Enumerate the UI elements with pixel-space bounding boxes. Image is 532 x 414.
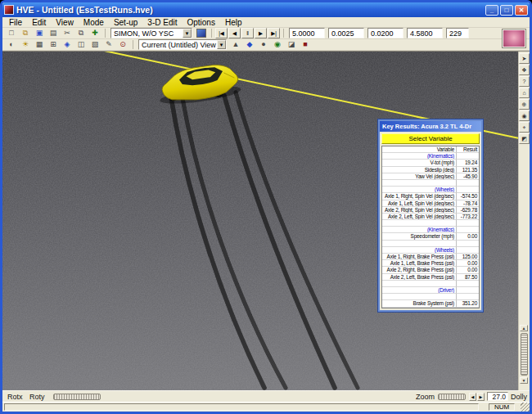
info-icon[interactable]: ◪ <box>285 39 298 50</box>
path-icon[interactable]: ● <box>257 39 270 50</box>
toolbar-view: ◐☀▦⊞◈◫▧✎⊙ Current (Untitled) View ▼ ▲◆●◉… <box>2 39 530 51</box>
dolly-thumbwheel[interactable] <box>521 333 528 376</box>
zoom-decrease-icon[interactable]: ◀ <box>469 393 476 401</box>
result-cell <box>457 180 479 187</box>
open-file-icon[interactable]: ⧉ <box>19 28 32 38</box>
category-row: (Kinematics) <box>382 153 479 160</box>
resize-grip[interactable] <box>521 403 530 412</box>
jump-to-end-button[interactable]: ▶| <box>268 28 280 38</box>
current-time-field[interactable]: 4.5800 <box>407 28 443 38</box>
result-cell: -574.50 <box>457 193 479 200</box>
result-cell <box>457 241 479 247</box>
camera-view-thumbnail[interactable] <box>502 29 526 48</box>
result-cell <box>457 247 479 254</box>
result-cell <box>457 220 479 227</box>
menu-set-up[interactable]: Set-up <box>109 17 142 28</box>
viewport-3d[interactable]: ➤❖?⌂⊕◉⌖◩ ▲ ▼ Key Results: Acura 3.2 TL 4… <box>2 51 530 390</box>
hatch-icon[interactable]: ▧ <box>88 39 101 50</box>
light-icon[interactable]: ☀ <box>19 39 32 50</box>
cut-icon[interactable]: ✂ <box>61 28 74 38</box>
frame-counter-field[interactable]: 229 <box>446 28 469 38</box>
environment-icon[interactable]: ◉ <box>271 39 284 50</box>
variable-cell: Axle 2, Left, Brake Press (psi) <box>382 274 457 281</box>
menu-options[interactable]: Options <box>182 17 219 28</box>
zoom-label: Zoom <box>416 393 435 401</box>
vehicle-combo-value: SIMON, W/O YSC <box>111 29 183 38</box>
variable-cell <box>382 241 457 247</box>
annotate-icon[interactable]: ✎ <box>102 39 115 50</box>
result-cell <box>457 227 479 233</box>
seek-button[interactable]: ⌖ <box>519 122 530 133</box>
camera-position-icon[interactable]: ▲ <box>229 39 242 50</box>
home-view-button[interactable]: ⌂ <box>519 88 530 98</box>
add-object-icon[interactable]: ⊞ <box>47 39 60 50</box>
key-results-title[interactable]: Key Results: Acura 3.2 TL 4-Dr <box>380 121 481 132</box>
zoom-value-field[interactable]: 27.0 <box>487 392 508 401</box>
view-combo[interactable]: Current (Untitled) View ▼ <box>138 39 227 50</box>
dolly-up-icon[interactable]: ▲ <box>520 325 528 331</box>
texture-icon[interactable]: ◫ <box>74 39 88 50</box>
vehicle-combo[interactable]: SIMON, W/O YSC ▼ <box>110 28 192 38</box>
table-row: Axle 2, Left, Brake Press (psi)87.50 <box>382 274 479 281</box>
material-icon[interactable]: ◈ <box>61 39 74 50</box>
pan-hand-tool-button[interactable]: ❖ <box>519 65 530 75</box>
variable-cell: Axle 2, Left, Spin Vel (deg/sec) <box>382 214 457 220</box>
shading-mode-icon[interactable]: ◐ <box>5 39 18 50</box>
pointer-tool-button[interactable]: ➤ <box>519 53 530 64</box>
output-interval-field[interactable]: 0.0200 <box>367 28 404 38</box>
rot-thumbwheel[interactable] <box>53 394 101 400</box>
move-cross-icon[interactable]: ✚ <box>88 28 101 38</box>
view-all-button[interactable]: ◉ <box>519 110 530 121</box>
chevron-down-icon[interactable]: ▼ <box>183 29 192 38</box>
dolly-down-icon[interactable]: ▼ <box>520 377 528 384</box>
target-icon[interactable]: ⊙ <box>116 39 129 50</box>
menu-3-d-edit[interactable]: 3-D Edit <box>142 17 182 28</box>
pause-button[interactable]: ‖ <box>241 28 254 38</box>
menu-view[interactable]: View <box>51 17 79 28</box>
zoom-increase-icon[interactable]: ▶ <box>477 393 485 401</box>
variable-cell: (Driver) <box>382 287 457 294</box>
menu-mode[interactable]: Mode <box>79 17 109 28</box>
grid-icon[interactable]: ▦ <box>33 39 46 50</box>
snapshot-icon[interactable]: ■ <box>299 39 312 50</box>
jump-to-start-button[interactable]: |◀ <box>215 28 228 38</box>
variable-cell <box>382 294 457 300</box>
variable-cell: (Wheels) <box>382 187 457 193</box>
select-variable-button[interactable]: Select Variable <box>381 133 480 144</box>
sim-end-time-field[interactable]: 5.0000 <box>289 28 325 38</box>
variable-cell: Axle 1, Right, Brake Press (psi) <box>382 254 457 260</box>
zoom-thumbwheel[interactable] <box>438 394 466 400</box>
minimize-button[interactable]: _ <box>485 5 498 16</box>
table-row <box>382 281 479 287</box>
menu-help[interactable]: Help <box>220 17 247 28</box>
integration-step-field[interactable]: 0.0025 <box>328 28 364 38</box>
viewer-control-bar: Rotx Roty Zoom ◀ ▶ 27.0 Dolly <box>2 390 530 402</box>
title-bar[interactable]: HVE - Untitled (EssTestRuns.hve) _ □ ✕ <box>2 2 530 17</box>
table-row <box>382 294 479 300</box>
play-button[interactable]: ▶ <box>255 28 267 38</box>
maximize-button[interactable]: □ <box>500 5 513 16</box>
set-home-view-button[interactable]: ⊕ <box>519 99 530 110</box>
variable-cell: (Kinematics) <box>382 227 457 233</box>
aim-point-icon[interactable]: ◆ <box>243 39 256 50</box>
close-button[interactable]: ✕ <box>515 5 528 16</box>
window-title: HVE - Untitled (EssTestRuns.hve) <box>16 5 483 15</box>
result-cell <box>457 187 479 193</box>
save-icon[interactable]: ▣ <box>33 28 46 38</box>
menu-file[interactable]: File <box>4 17 27 28</box>
chevron-down-icon[interactable]: ▼ <box>217 40 226 49</box>
view-combo-value: Current (Untitled) View <box>139 41 217 49</box>
step-back-button[interactable]: ◀ <box>228 28 241 38</box>
table-row: Sideslip (deg)121.35 <box>382 167 479 173</box>
menu-edit[interactable]: Edit <box>27 17 51 28</box>
camera-type-button[interactable]: ◩ <box>519 133 530 144</box>
new-file-icon[interactable]: □ <box>5 28 18 38</box>
result-cell: -78.74 <box>457 200 479 207</box>
table-row: Yaw Vel (deg/sec)-45.90 <box>382 173 479 180</box>
active-vehicle-color-button[interactable] <box>196 29 206 38</box>
copy-icon[interactable]: ⧉ <box>74 28 88 38</box>
result-cell <box>457 294 479 300</box>
help-button[interactable]: ? <box>519 76 530 87</box>
print-icon[interactable]: ▤ <box>47 28 60 38</box>
toolbar-separator <box>211 29 212 38</box>
